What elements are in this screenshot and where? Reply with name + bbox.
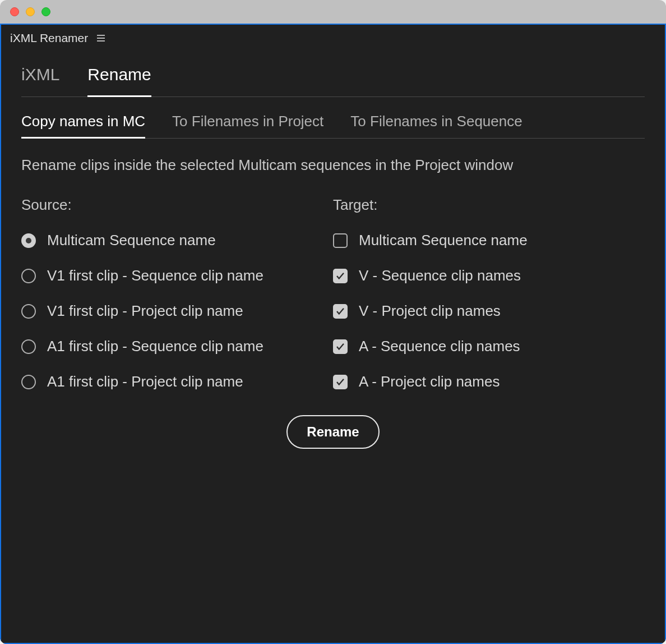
radio-icon[interactable] — [21, 375, 36, 389]
source-option-v1-seq-clip[interactable]: V1 first clip - Sequence clip name — [21, 267, 333, 284]
rename-button[interactable]: Rename — [286, 415, 379, 449]
checkbox-icon[interactable] — [333, 269, 348, 283]
window-maximize-button[interactable] — [41, 7, 50, 16]
option-label: A - Sequence clip names — [359, 338, 520, 355]
option-label: A1 first clip - Sequence clip name — [47, 338, 263, 355]
subtab-copy-names-mc[interactable]: Copy names in MC — [21, 113, 145, 138]
options-columns: Source: Multicam Sequence name V1 first … — [21, 196, 645, 408]
option-label: A1 first clip - Project clip name — [47, 373, 243, 390]
secondary-tablist: Copy names in MC To Filenames in Project… — [21, 113, 645, 139]
app-window: iXML Renamer iXML Rename Copy names in M… — [0, 0, 666, 644]
tab-rename[interactable]: Rename — [87, 65, 151, 96]
checkbox-icon[interactable] — [333, 375, 348, 389]
subtab-to-filenames-project[interactable]: To Filenames in Project — [172, 113, 323, 138]
target-column: Target: Multicam Sequence name V - Sequ — [333, 196, 645, 408]
source-header: Source: — [21, 196, 333, 214]
radio-icon[interactable] — [21, 269, 36, 283]
hamburger-menu-icon[interactable] — [97, 35, 105, 42]
window-close-button[interactable] — [10, 7, 19, 16]
radio-icon[interactable] — [21, 304, 36, 319]
app-frame: iXML Renamer iXML Rename Copy names in M… — [0, 24, 666, 644]
target-option-v-seq[interactable]: V - Sequence clip names — [333, 267, 645, 284]
option-label: Multicam Sequence name — [47, 232, 216, 249]
titlebar — [0, 0, 666, 24]
target-option-a-seq[interactable]: A - Sequence clip names — [333, 338, 645, 355]
option-label: V1 first clip - Project clip name — [47, 302, 243, 320]
app-header: iXML Renamer — [1, 25, 665, 49]
window-minimize-button[interactable] — [26, 7, 35, 16]
source-column: Source: Multicam Sequence name V1 first … — [21, 196, 333, 408]
action-area: Rename — [21, 415, 645, 449]
radio-icon[interactable] — [21, 233, 36, 248]
tab-ixml[interactable]: iXML — [21, 65, 59, 96]
content-area: iXML Rename Copy names in MC To Filename… — [1, 49, 665, 643]
description-text: Rename clips inside the selected Multica… — [21, 157, 645, 174]
option-label: Multicam Sequence name — [359, 232, 528, 249]
source-option-a1-proj-clip[interactable]: A1 first clip - Project clip name — [21, 373, 333, 390]
option-label: V - Project clip names — [359, 302, 501, 320]
checkbox-icon[interactable] — [333, 304, 348, 319]
target-option-mc-seq-name[interactable]: Multicam Sequence name — [333, 232, 645, 249]
option-label: V - Sequence clip names — [359, 267, 521, 284]
checkbox-icon[interactable] — [333, 339, 348, 354]
radio-icon[interactable] — [21, 339, 36, 354]
subtab-to-filenames-sequence[interactable]: To Filenames in Sequence — [350, 113, 522, 138]
target-option-v-proj[interactable]: V - Project clip names — [333, 302, 645, 320]
source-option-v1-proj-clip[interactable]: V1 first clip - Project clip name — [21, 302, 333, 320]
option-label: A - Project clip names — [359, 373, 499, 390]
primary-tablist: iXML Rename — [21, 65, 645, 97]
checkbox-icon[interactable] — [333, 233, 348, 248]
target-header: Target: — [333, 196, 645, 214]
target-option-a-proj[interactable]: A - Project clip names — [333, 373, 645, 390]
source-option-mc-seq-name[interactable]: Multicam Sequence name — [21, 232, 333, 249]
source-option-a1-seq-clip[interactable]: A1 first clip - Sequence clip name — [21, 338, 333, 355]
option-label: V1 first clip - Sequence clip name — [47, 267, 263, 284]
app-title: iXML Renamer — [10, 31, 88, 45]
